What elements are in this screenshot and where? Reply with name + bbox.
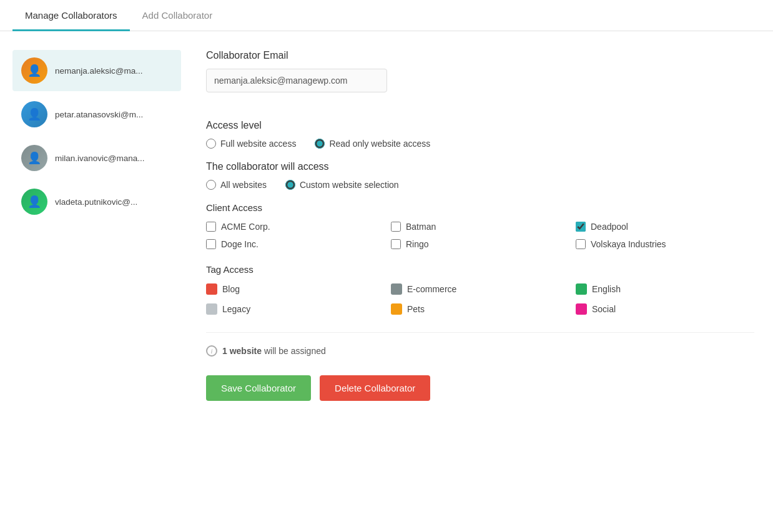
checkbox-acme-input[interactable] (206, 222, 216, 232)
collab-item-2[interactable]: 👤 petar.atanasovski@m... (12, 94, 181, 135)
tabs-bar: Manage Collaborators Add Collaborator (0, 0, 773, 31)
info-text: 1 website will be assigned (222, 346, 326, 356)
tag-ecommerce-label: E-commerce (407, 284, 456, 294)
radio-custom-selection-input[interactable] (285, 180, 295, 190)
checkbox-batman-label: Batman (406, 222, 436, 232)
checkbox-batman[interactable]: Batman (391, 222, 569, 232)
checkbox-deadpool[interactable]: Deadpool (576, 222, 754, 232)
tag-legacy[interactable]: Legacy (206, 303, 385, 315)
action-buttons: Save Collaborator Delete Collaborator (206, 375, 754, 401)
tag-ecommerce-color (391, 283, 402, 295)
tag-legacy-label: Legacy (222, 304, 250, 314)
avatar-3: 👤 (21, 145, 47, 171)
avatar-2: 👤 (21, 101, 47, 127)
checkbox-volskaya-input[interactable] (576, 239, 586, 249)
radio-all-websites[interactable]: All websites (206, 180, 267, 190)
tag-english-color (576, 283, 587, 295)
radio-full-access-input[interactable] (206, 139, 216, 149)
radio-all-websites-label: All websites (220, 180, 267, 190)
checkbox-acme[interactable]: ACME Corp. (206, 222, 385, 232)
collab-email-2: petar.atanasovski@m... (55, 110, 143, 119)
radio-custom-selection-label: Custom website selection (300, 180, 399, 190)
page-container: Manage Collaborators Add Collaborator 👤 … (0, 0, 773, 532)
checkbox-doge-input[interactable] (206, 239, 216, 249)
radio-readonly-access[interactable]: Read only website access (315, 139, 430, 149)
tab-add[interactable]: Add Collaborator (130, 0, 225, 31)
main-content: 👤 nemanja.aleksic@ma... 👤 petar.atanasov… (0, 31, 773, 413)
tab-manage[interactable]: Manage Collaborators (12, 0, 130, 31)
radio-full-access-label: Full website access (220, 139, 296, 149)
client-checkbox-grid: ACME Corp. Batman Deadpool (206, 222, 754, 249)
will-access-section: The collaborator will access All website… (206, 161, 754, 190)
access-level-section: Access level Full website access Read on… (206, 120, 754, 149)
tag-social[interactable]: Social (576, 303, 754, 315)
tag-ecommerce[interactable]: E-commerce (391, 283, 569, 295)
tag-social-label: Social (592, 304, 616, 314)
will-access-label: The collaborator will access (206, 161, 754, 172)
tag-blog[interactable]: Blog (206, 283, 385, 295)
info-count: 1 website (222, 346, 262, 356)
client-access-section: Client Access ACME Corp. Batman (206, 202, 754, 249)
radio-full-access[interactable]: Full website access (206, 139, 296, 149)
tag-access-section: Tag Access Blog E-commerce (206, 264, 754, 315)
tag-english[interactable]: English (576, 283, 754, 295)
client-access-title: Client Access (206, 202, 754, 213)
checkbox-doge[interactable]: Doge Inc. (206, 239, 385, 249)
tag-pets[interactable]: Pets (391, 303, 569, 315)
tag-english-label: English (592, 284, 621, 294)
tag-social-color (576, 303, 587, 315)
access-level-radio-group: Full website access Read only website ac… (206, 139, 754, 149)
radio-custom-selection[interactable]: Custom website selection (285, 180, 399, 190)
checkbox-batman-input[interactable] (391, 222, 401, 232)
info-icon: i (206, 345, 217, 357)
collab-email-4: vladeta.putnikovic@... (55, 197, 137, 207)
collab-item-4[interactable]: 👤 vladeta.putnikovic@... (12, 181, 181, 222)
save-collaborator-button[interactable]: Save Collaborator (206, 375, 311, 401)
checkbox-acme-label: ACME Corp. (221, 222, 270, 232)
checkbox-ringo-input[interactable] (391, 239, 401, 249)
checkbox-doge-label: Doge Inc. (221, 239, 258, 249)
tag-access-title: Tag Access (206, 264, 754, 275)
tag-pets-label: Pets (407, 304, 425, 314)
checkbox-ringo-label: Ringo (406, 239, 429, 249)
tag-legacy-color (206, 303, 217, 315)
collab-email-3: milan.ivanovic@mana... (55, 154, 145, 163)
avatar-4: 👤 (21, 189, 47, 215)
collab-item-1[interactable]: 👤 nemanja.aleksic@ma... (12, 50, 181, 91)
info-line: i 1 website will be assigned (206, 345, 754, 357)
email-label: Collaborator Email (206, 50, 754, 61)
checkbox-volskaya[interactable]: Volskaya Industries (576, 239, 754, 249)
tag-blog-color (206, 283, 217, 295)
collab-email-1: nemanja.aleksic@ma... (55, 66, 143, 76)
avatar-1: 👤 (21, 57, 47, 84)
will-access-radio-group: All websites Custom website selection (206, 180, 754, 190)
collaborator-list: 👤 nemanja.aleksic@ma... 👤 petar.atanasov… (12, 50, 181, 401)
right-panel: Collaborator Email Access level Full web… (200, 50, 761, 401)
checkbox-ringo[interactable]: Ringo (391, 239, 569, 249)
tag-checkbox-grid: Blog E-commerce English Le (206, 283, 754, 315)
email-section: Collaborator Email (206, 50, 754, 107)
delete-collaborator-button[interactable]: Delete Collaborator (320, 375, 430, 401)
radio-all-websites-input[interactable] (206, 180, 216, 190)
info-text-post: will be assigned (262, 346, 326, 356)
access-level-label: Access level (206, 120, 754, 131)
checkbox-volskaya-label: Volskaya Industries (591, 239, 666, 249)
radio-readonly-access-label: Read only website access (329, 139, 430, 149)
checkbox-deadpool-label: Deadpool (591, 222, 628, 232)
radio-readonly-access-input[interactable] (315, 139, 325, 149)
checkbox-deadpool-input[interactable] (576, 222, 586, 232)
collab-item-3[interactable]: 👤 milan.ivanovic@mana... (12, 137, 181, 179)
email-input[interactable] (206, 69, 387, 92)
tag-pets-color (391, 303, 402, 315)
divider (206, 332, 754, 333)
tag-blog-label: Blog (222, 284, 240, 294)
